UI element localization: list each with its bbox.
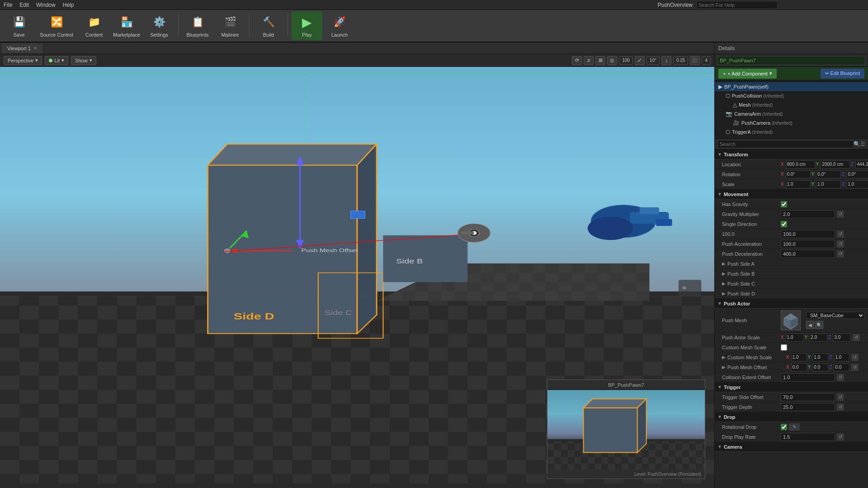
menu-help[interactable]: Help <box>63 2 74 8</box>
prop-custom-mesh-scale-xyz[interactable]: ▶ Custom Mesh Scale X Y Z ↺ <box>715 352 868 362</box>
comp-self[interactable]: ▶ BP_PushPawn(self) <box>715 82 868 91</box>
details-search-icon[interactable]: 🔍 <box>854 141 860 147</box>
push-mesh-find-btn[interactable]: 🔍 <box>815 321 823 329</box>
rotational-drop-checkbox[interactable] <box>781 424 787 430</box>
push-collision-name: PushCollision <box>732 93 762 99</box>
rotation-z[interactable] <box>846 170 868 178</box>
comp-push-collision[interactable]: ⬡ PushCollision (Inherited) <box>715 91 868 100</box>
tab-close[interactable]: ✕ <box>33 46 37 51</box>
rotation-y[interactable] <box>816 170 841 178</box>
rotational-drop-edit[interactable]: ✎ <box>789 423 800 431</box>
comp-push-camera[interactable]: 🎥 PushCamera (Inherited) <box>715 118 868 127</box>
scale-x[interactable] <box>786 180 811 188</box>
section-camera-header[interactable]: ▼ Camera <box>715 442 868 452</box>
trigger-side-offset-reset[interactable]: ↺ <box>837 394 844 401</box>
trigger-depth-reset[interactable]: ↺ <box>837 404 844 411</box>
section-push-actor-header[interactable]: ▼ Push Actor <box>715 299 868 309</box>
settings-button[interactable]: ⚙️ Settings <box>144 11 175 40</box>
comp-trigger-a[interactable]: ⬡ TriggerA (Inherited) <box>715 127 868 136</box>
build-button[interactable]: 🔨 Build <box>253 11 284 40</box>
scale-y[interactable] <box>816 180 841 188</box>
bp-name-input[interactable] <box>717 56 865 65</box>
mesh-offset-z[interactable] <box>834 363 849 371</box>
trigger-side-offset-input[interactable] <box>781 393 835 401</box>
prop-push-side-c[interactable]: ▶ Push Side C <box>715 279 868 289</box>
actor-scale-x[interactable] <box>786 333 804 342</box>
location-y[interactable] <box>821 160 850 169</box>
show-button[interactable]: Show ▾ <box>71 56 96 65</box>
edit-blueprint-button[interactable]: ✏ Edit Blueprint <box>821 69 865 79</box>
section-drop-header[interactable]: ▼ Drop <box>715 412 868 422</box>
comp-camera-arm[interactable]: 📷 CameraArm (Inherited) <box>715 109 868 118</box>
custom-scale-x[interactable] <box>791 353 807 361</box>
location-z[interactable] <box>855 160 868 169</box>
custom-scale-y[interactable] <box>812 353 828 361</box>
actor-scale-y[interactable] <box>809 333 827 342</box>
play-button[interactable]: ▶ Play <box>292 11 322 40</box>
details-search-input[interactable] <box>717 140 854 148</box>
drop-play-rate-reset[interactable]: ↺ <box>837 433 844 441</box>
push-deceleration-reset[interactable]: ↺ <box>837 250 844 258</box>
push-mesh-select[interactable]: SM_BaseCube <box>806 312 865 319</box>
push-acceleration-input[interactable] <box>781 240 835 248</box>
blueprints-button[interactable]: 📋 Blueprints <box>182 11 213 40</box>
help-search[interactable] <box>696 1 778 9</box>
source-control-button[interactable]: 🔀 Source Control <box>36 11 77 40</box>
comp-mesh[interactable]: △ Mesh (Inherited) <box>715 100 868 109</box>
menu-edit[interactable]: Edit <box>19 2 29 8</box>
launch-button[interactable]: 🚀 Launch <box>324 11 355 40</box>
prop-push-side-d[interactable]: ▶ Push Side D <box>715 289 868 299</box>
mesh-offset-reset[interactable]: ↺ <box>851 364 859 371</box>
scale-z[interactable] <box>846 180 868 188</box>
add-component-button[interactable]: + + Add Component ▾ <box>718 69 777 79</box>
custom-scale-z[interactable] <box>834 353 849 361</box>
push-speed-input[interactable] <box>781 230 835 238</box>
section-trigger-header[interactable]: ▼ Trigger <box>715 382 868 392</box>
collision-extent-input[interactable] <box>781 373 835 381</box>
viewport-scene[interactable]: Side D Side C <box>0 67 714 488</box>
prop-push-side-a[interactable]: ▶ Push Side A <box>715 259 868 269</box>
prop-push-side-b[interactable]: ▶ Push Side B <box>715 269 868 279</box>
realtime-btn[interactable]: ⟳ <box>572 56 582 65</box>
custom-mesh-scale-checkbox[interactable] <box>781 344 787 351</box>
push-mesh-back-btn[interactable]: ◀ <box>806 321 814 329</box>
toggle-grid-btn[interactable]: # <box>584 56 594 65</box>
gravity-multiplier-input[interactable] <box>781 210 835 218</box>
details-filter-icon[interactable]: ☰ <box>860 141 865 147</box>
scale-btn[interactable]: ↕ <box>661 56 671 65</box>
fov-btn[interactable]: ◎ <box>607 56 617 65</box>
lighting-button[interactable]: Lit ▾ <box>45 56 68 65</box>
content-button[interactable]: 📁 Content <box>79 11 109 40</box>
mesh-offset-y[interactable] <box>812 363 828 371</box>
actor-scale-z[interactable] <box>833 333 851 342</box>
prop-push-mesh-offset[interactable]: ▶ Push Mesh Offset X Y Z ↺ <box>715 362 868 372</box>
custom-scale-reset[interactable]: ↺ <box>851 354 859 361</box>
viewport-tab-1[interactable]: Viewport 1 ✕ <box>2 43 42 53</box>
push-acceleration-reset[interactable]: ↺ <box>837 240 844 248</box>
marketplace-button[interactable]: 🏪 Marketplace <box>111 11 142 40</box>
trigger-depth-input[interactable] <box>781 403 835 411</box>
collision-extent-reset[interactable]: ↺ <box>837 374 844 381</box>
actor-scale-reset[interactable]: ↺ <box>853 334 860 341</box>
menu-window[interactable]: Window <box>36 2 56 8</box>
gravity-multiplier-reset[interactable]: ↺ <box>837 211 844 218</box>
matinee-button[interactable]: 🎬 Matinee <box>215 11 245 40</box>
rotation-x[interactable] <box>786 170 811 178</box>
transform-btn[interactable]: ⤢ <box>635 56 645 65</box>
perspective-button[interactable]: Perspective ▾ <box>4 56 42 65</box>
location-x[interactable] <box>786 160 815 169</box>
single-direction-checkbox[interactable] <box>781 221 787 227</box>
details-scroll[interactable]: ▼ Transform Location X Y Z ↺ Rotation <box>715 150 868 488</box>
drop-play-rate-input[interactable] <box>781 433 835 441</box>
snap-btn[interactable]: ⊞ <box>595 56 605 65</box>
section-transform-header[interactable]: ▼ Transform <box>715 150 868 160</box>
custom-mesh-scale-xyz-label: Custom Mesh Scale <box>727 355 786 360</box>
section-movement-header[interactable]: ▼ Movement <box>715 189 868 199</box>
mesh-offset-x[interactable] <box>791 363 807 371</box>
has-gravity-checkbox[interactable] <box>781 201 787 207</box>
push-deceleration-input[interactable] <box>781 250 835 258</box>
push-speed-reset[interactable]: ↺ <box>837 230 844 238</box>
menu-file[interactable]: File <box>4 2 12 8</box>
camera-speed-btn[interactable]: 🎥 <box>690 56 700 65</box>
save-button[interactable]: 💾 Save <box>4 11 34 40</box>
